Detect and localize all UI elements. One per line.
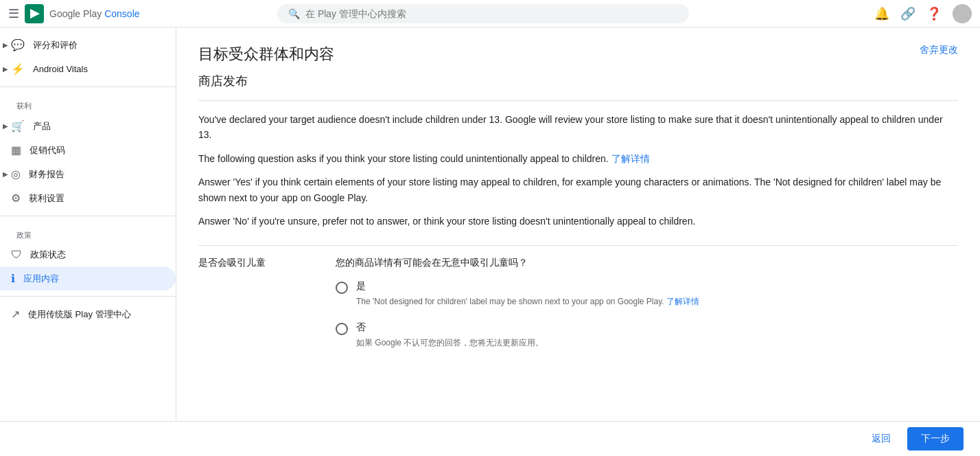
- app-title: Google Play Console: [49, 8, 140, 19]
- info-text-2: The following question asks if you think…: [198, 151, 958, 166]
- option-yes-desc: The 'Not designed for children' label ma…: [356, 295, 699, 308]
- radio-yes[interactable]: [336, 282, 348, 294]
- divider: [0, 216, 176, 216]
- menu-icon[interactable]: ☰: [8, 6, 19, 21]
- option-yes-label: 是: [356, 280, 699, 293]
- question-label: 是否会吸引儿童: [198, 257, 308, 363]
- shield-icon: 🛡: [11, 249, 22, 261]
- topbar-right: 🔔 🔗 ❓: [874, 4, 972, 23]
- info-text-3: Answer 'Yes' if you think certain elemen…: [198, 174, 958, 205]
- sidebar-item-earn-settings[interactable]: ⚙ 获利设置: [0, 186, 176, 210]
- option-no-content: 否 如果 Google 不认可您的回答，您将无法更新应用。: [356, 321, 544, 349]
- content-area: 目标受众群体和内容 舍弃更改 商店发布 You've declared your…: [176, 27, 980, 421]
- search-icon: 🔍: [288, 8, 300, 19]
- vitals-icon: ⚡: [11, 62, 25, 76]
- sidebar-label-app-content: 应用内容: [23, 273, 59, 285]
- divider: [0, 87, 176, 87]
- option-yes-desc-text: The 'Not designed for children' label ma…: [356, 297, 666, 306]
- section-monetize: 获利: [0, 93, 176, 114]
- sidebar-label-earn: 获利设置: [29, 192, 65, 205]
- sidebar: ▶ 💬 评分和评价 ▶ ⚡ Android Vitals 获利 ▶ 🛒 产品 ▦…: [0, 27, 176, 421]
- sidebar-label-finance: 财务报告: [29, 168, 65, 181]
- sidebar-label-promo: 促销代码: [30, 144, 65, 157]
- products-icon: 🛒: [11, 119, 25, 133]
- ratings-icon: 💬: [11, 38, 25, 52]
- info-icon: ℹ: [11, 272, 15, 285]
- sidebar-item-finance[interactable]: ▶ ◎ 财务报告: [0, 162, 176, 186]
- option-no: 否 如果 Google 不认可您的回答，您将无法更新应用。: [336, 321, 958, 349]
- sidebar-label-ratings: 评分和评价: [33, 39, 78, 52]
- next-button[interactable]: 下一步: [907, 427, 964, 451]
- chevron-icon: ▶: [3, 170, 8, 178]
- info-text-1: You've declared your target audience doe…: [198, 112, 958, 143]
- page-title: 目标受众群体和内容: [198, 44, 334, 65]
- link-icon[interactable]: 🔗: [900, 6, 915, 21]
- sidebar-item-android-vitals[interactable]: ▶ ⚡ Android Vitals: [0, 57, 176, 81]
- radio-no[interactable]: [336, 323, 348, 335]
- main-layout: ▶ 💬 评分和评价 ▶ ⚡ Android Vitals 获利 ▶ 🛒 产品 ▦…: [0, 27, 980, 421]
- help-icon[interactable]: ❓: [926, 6, 942, 21]
- notifications-icon[interactable]: 🔔: [874, 6, 889, 21]
- option-yes: 是 The 'Not designed for children' label …: [336, 280, 958, 308]
- divider: [0, 296, 176, 297]
- question-title: 您的商品详情有可能会在无意中吸引儿童吗？: [336, 257, 958, 269]
- sidebar-label-legacy: 使用传统版 Play 管理中心: [28, 308, 131, 321]
- search-input[interactable]: [305, 8, 678, 19]
- legacy-icon: ↗: [11, 308, 20, 321]
- sidebar-item-products[interactable]: ▶ 🛒 产品: [0, 114, 176, 138]
- sidebar-item-promo[interactable]: ▦ 促销代码: [0, 138, 176, 162]
- learn-more-link-2[interactable]: 了解详情: [666, 297, 699, 306]
- sidebar-label-policy: 政策状态: [30, 249, 66, 261]
- sidebar-label-products: 产品: [33, 120, 51, 133]
- search-bar[interactable]: 🔍: [277, 4, 689, 23]
- sidebar-label-vitals: Android Vitals: [33, 64, 88, 74]
- info-text-2-prefix: The following question asks if you think…: [198, 153, 611, 164]
- question-row: 是否会吸引儿童 您的商品详情有可能会在无意中吸引儿童吗？ 是 The 'Not …: [198, 245, 958, 363]
- option-no-label: 否: [356, 321, 544, 334]
- page-header: 目标受众群体和内容 舍弃更改: [198, 44, 958, 67]
- back-button[interactable]: 返回: [863, 427, 899, 451]
- bottom-bar: 返回 下一步: [0, 421, 980, 456]
- finance-icon: ◎: [11, 168, 21, 181]
- chevron-icon: ▶: [3, 41, 8, 49]
- avatar[interactable]: [953, 4, 972, 23]
- play-console-logo: [25, 4, 44, 23]
- section-title: 商店发布: [198, 73, 958, 89]
- option-no-desc: 如果 Google 不认可您的回答，您将无法更新应用。: [356, 337, 544, 349]
- learn-more-link-1[interactable]: 了解详情: [611, 153, 650, 164]
- sidebar-item-policy-status[interactable]: 🛡 政策状态: [0, 243, 176, 266]
- chevron-icon: ▶: [3, 122, 8, 130]
- section-policy: 政策: [0, 222, 176, 243]
- question-content: 您的商品详情有可能会在无意中吸引儿童吗？ 是 The 'Not designed…: [336, 257, 958, 363]
- topbar-left: ☰ Google Play Console: [8, 4, 185, 23]
- sidebar-item-legacy[interactable]: ↗ 使用传统版 Play 管理中心: [0, 302, 176, 326]
- section-divider: [198, 100, 958, 101]
- discard-button[interactable]: 舍弃更改: [920, 44, 958, 56]
- info-text-4: Answer 'No' if you're unsure, prefer not…: [198, 214, 958, 229]
- chevron-icon: ▶: [3, 65, 8, 73]
- sidebar-item-app-content[interactable]: ℹ 应用内容: [0, 266, 176, 290]
- sidebar-item-ratings[interactable]: ▶ 💬 评分和评价: [0, 33, 176, 57]
- option-yes-content: 是 The 'Not designed for children' label …: [356, 280, 699, 308]
- topbar: ☰ Google Play Console 🔍 🔔 🔗 ❓: [0, 0, 980, 27]
- promo-icon: ▦: [11, 144, 21, 157]
- settings-icon: ⚙: [11, 192, 21, 205]
